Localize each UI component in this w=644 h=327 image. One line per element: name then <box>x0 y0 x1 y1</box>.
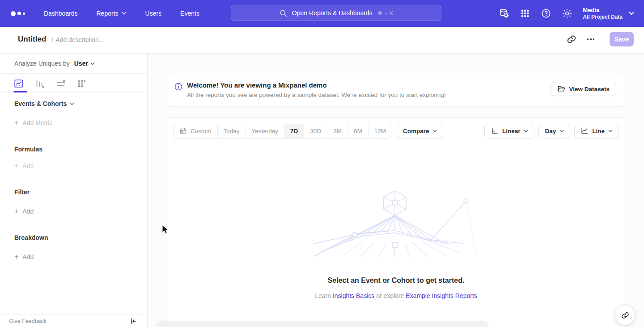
help-icon[interactable] <box>541 8 551 19</box>
range-3m[interactable]: 3M <box>327 124 347 138</box>
active-tab-underline <box>13 91 27 92</box>
query-builder-sidebar: Analyze Uniques by User Events & Cohorts… <box>0 54 148 327</box>
granularity-dropdown[interactable]: Day <box>538 124 570 138</box>
range-7d-label: 7D <box>290 128 298 134</box>
insights-basics-link[interactable]: Insights Basics <box>333 292 374 299</box>
copy-link-icon[interactable] <box>566 34 577 45</box>
top-nav-right: Media All Project Data <box>499 0 644 27</box>
report-toolbar: Custom Today Yesterday 7D 30D 3M 6M 12M … <box>166 118 626 144</box>
add-filter-label: Add <box>22 208 34 215</box>
tab-flows-icon[interactable] <box>55 78 66 89</box>
range-6m-label: 6M <box>354 128 362 134</box>
nav-events[interactable]: Events <box>180 10 199 17</box>
project-name: Media <box>583 7 623 14</box>
link-icon <box>621 311 630 320</box>
add-filter-button[interactable]: + Add <box>14 207 34 215</box>
settings-gear-icon[interactable] <box>562 8 572 19</box>
chevron-down-icon <box>70 102 74 105</box>
date-range-control: Custom Today Yesterday 7D 30D 3M 6M 12M <box>173 124 392 138</box>
nav-dashboards-label: Dashboards <box>44 10 78 17</box>
formulas-section-title: Formulas <box>14 146 42 153</box>
apps-grid-icon[interactable] <box>520 8 530 19</box>
give-feedback-link[interactable]: Give Feedback <box>9 318 47 324</box>
chevron-down-icon <box>90 62 95 65</box>
range-today[interactable]: Today <box>217 124 246 138</box>
chevron-down-icon <box>432 130 437 133</box>
chart-type-tabs <box>0 74 147 93</box>
chevron-down-icon <box>122 12 127 15</box>
range-7d-selected[interactable]: 7D <box>284 124 304 138</box>
empty-state: Select an Event or Cohort to get started… <box>166 145 626 299</box>
range-12m[interactable]: 12M <box>368 124 392 138</box>
calendar-icon <box>179 127 187 135</box>
more-options-icon[interactable] <box>585 34 596 45</box>
tab-bar-chart-icon[interactable] <box>34 78 45 89</box>
tab-retention-grid-icon[interactable] <box>76 78 87 89</box>
insights-report-card: Custom Today Yesterday 7D 30D 3M 6M 12M … <box>166 117 626 327</box>
chart-type-dropdown[interactable]: Line <box>574 124 619 138</box>
view-datasets-button[interactable]: View Datasets <box>551 82 616 96</box>
info-icon <box>174 82 183 91</box>
folder-icon <box>557 85 565 93</box>
range-yesterday[interactable]: Yesterday <box>246 124 284 138</box>
scale-dropdown[interactable]: Linear <box>484 124 535 138</box>
empty-state-subtitle: Learn Insights Basics or explore Example… <box>166 292 626 299</box>
range-30d[interactable]: 30D <box>304 124 327 138</box>
nav-dashboards[interactable]: Dashboards <box>44 10 78 17</box>
example-insights-reports-link[interactable]: Example Insights Reports <box>406 292 477 299</box>
search-icon <box>279 9 288 17</box>
search-placeholder: Open Reports & Dashboards <box>292 9 373 17</box>
tab-line-chart-icon[interactable] <box>13 78 24 89</box>
add-formula-label: Add <box>22 162 34 169</box>
banner-subtitle: All the reports you see are powered by a… <box>187 92 446 98</box>
analyze-by-dropdown[interactable]: User <box>74 60 95 67</box>
events-cohorts-label: Events & Cohorts <box>14 100 67 107</box>
plus-icon: + <box>14 119 18 127</box>
breakdown-section-title: Breakdown <box>14 234 48 241</box>
nav-users-label: Users <box>145 10 162 17</box>
main-content: Welcome! You are viewing a Mixpanel demo… <box>148 54 644 327</box>
report-title[interactable]: Untitled <box>18 35 46 44</box>
floating-copy-link-button[interactable] <box>615 305 635 325</box>
or-explore-text: or explore <box>374 292 406 299</box>
empty-state-title: Select an Event or Cohort to get started… <box>166 277 626 285</box>
save-button[interactable]: Save <box>610 32 634 46</box>
add-metric-label: Add Metric <box>22 119 52 126</box>
compare-dropdown[interactable]: Compare <box>397 124 444 138</box>
line-chart-icon <box>580 127 589 135</box>
project-switcher[interactable]: Media All Project Data <box>583 7 623 21</box>
chart-options-group: Linear Day Line <box>484 124 619 138</box>
demo-welcome-banner: Welcome! You are viewing a Mixpanel demo… <box>166 73 626 106</box>
report-description-placeholder[interactable]: + Add description... <box>51 36 104 43</box>
add-breakdown-label: Add <box>22 253 34 260</box>
granularity-label: Day <box>545 128 556 134</box>
global-search[interactable]: Open Reports & Dashboards ⌘ + K <box>231 5 441 21</box>
sidebar-footer: Give Feedback <box>0 314 147 327</box>
report-header-bar: Untitled + Add description... <box>0 27 644 54</box>
data-management-icon[interactable] <box>499 8 509 19</box>
collapse-sidebar-icon[interactable] <box>129 317 137 325</box>
top-nav-bar: Dashboards Reports Users Events Open Rep… <box>0 0 644 27</box>
nav-users[interactable]: Users <box>145 10 162 17</box>
analyze-uniques-label: Analyze Uniques by <box>14 60 70 67</box>
bottom-panel-edge <box>156 321 489 327</box>
learn-text: Learn <box>315 292 333 299</box>
range-6m[interactable]: 6M <box>347 124 368 138</box>
analyze-uniques-row: Analyze Uniques by User <box>0 54 147 74</box>
add-metric-button[interactable]: + Add Metric <box>14 119 52 127</box>
chevron-down-icon <box>559 130 564 133</box>
events-cohorts-section[interactable]: Events & Cohorts <box>14 100 74 107</box>
range-custom[interactable]: Custom <box>174 124 217 138</box>
range-12m-label: 12M <box>374 128 386 134</box>
add-breakdown-button[interactable]: + Add <box>14 253 34 261</box>
search-shortcut: ⌘ + K <box>377 10 394 17</box>
add-formula-button[interactable]: + Add <box>14 162 34 170</box>
scale-label: Linear <box>502 128 521 134</box>
chevron-down-icon <box>524 130 528 133</box>
view-datasets-label: View Datasets <box>569 86 610 92</box>
range-today-label: Today <box>224 128 240 134</box>
nav-events-label: Events <box>180 10 199 17</box>
mixpanel-logo[interactable] <box>11 11 25 16</box>
nav-reports[interactable]: Reports <box>97 10 127 17</box>
range-3m-label: 3M <box>333 128 342 134</box>
